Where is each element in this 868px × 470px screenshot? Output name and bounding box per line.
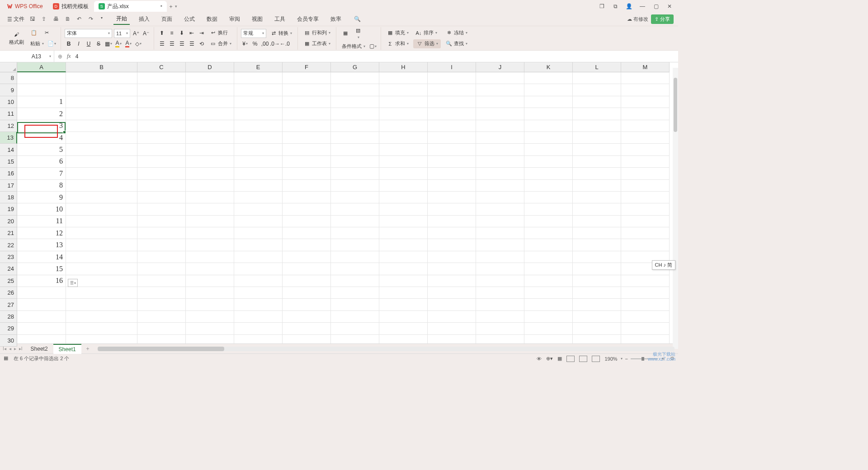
cell[interactable]: [573, 323, 621, 334]
cell[interactable]: 1: [17, 96, 66, 108]
menu-数据[interactable]: 数据: [204, 14, 220, 25]
horizontal-scrollbar[interactable]: [98, 347, 675, 351]
cell[interactable]: [137, 263, 186, 275]
cell[interactable]: [186, 216, 234, 227]
cell[interactable]: [186, 144, 234, 155]
cell[interactable]: [234, 335, 283, 343]
row-header[interactable]: 27: [0, 299, 17, 310]
cell[interactable]: [476, 275, 524, 287]
cell[interactable]: [137, 335, 186, 343]
cell[interactable]: [186, 108, 234, 120]
cell[interactable]: [66, 168, 137, 179]
cell[interactable]: [573, 311, 621, 323]
orientation-icon[interactable]: ⟲: [198, 40, 206, 48]
font-color-button[interactable]: A▾: [124, 40, 132, 48]
cell[interactable]: [137, 216, 186, 227]
cell[interactable]: [621, 227, 670, 239]
cell[interactable]: [186, 299, 234, 310]
menu-效率[interactable]: 效率: [328, 14, 344, 25]
cell[interactable]: [186, 203, 234, 215]
export-icon[interactable]: ⇪: [42, 16, 49, 23]
cell[interactable]: [234, 192, 283, 203]
cell[interactable]: [379, 239, 428, 251]
cell[interactable]: [476, 72, 524, 84]
cell[interactable]: [283, 180, 331, 192]
cell[interactable]: [379, 323, 428, 334]
row-header[interactable]: 19: [0, 203, 17, 215]
cell[interactable]: [17, 287, 66, 299]
cell[interactable]: 7: [17, 168, 66, 179]
cell[interactable]: [186, 287, 234, 299]
cell[interactable]: [621, 168, 670, 179]
cell[interactable]: [234, 108, 283, 120]
cell[interactable]: [331, 168, 379, 179]
cell[interactable]: [428, 96, 476, 108]
sheet-prev-icon[interactable]: ◂: [9, 346, 11, 351]
cell[interactable]: [573, 227, 621, 239]
menu-工具[interactable]: 工具: [272, 14, 288, 25]
cell[interactable]: [524, 227, 573, 239]
cell[interactable]: [428, 72, 476, 84]
cell[interactable]: [186, 72, 234, 84]
cell[interactable]: [331, 323, 379, 334]
cell[interactable]: [379, 203, 428, 215]
cell[interactable]: 8: [17, 180, 66, 192]
cell[interactable]: [137, 192, 186, 203]
cell[interactable]: 4: [17, 132, 66, 144]
align-justify-icon[interactable]: ☰: [188, 40, 196, 48]
cell[interactable]: [573, 72, 621, 84]
add-sheet-button[interactable]: ＋: [81, 345, 94, 352]
row-header[interactable]: 16: [0, 168, 17, 179]
bold-button[interactable]: B: [65, 40, 73, 48]
cell[interactable]: 12: [17, 227, 66, 239]
cell[interactable]: [621, 323, 670, 334]
row-header[interactable]: 29: [0, 323, 17, 334]
column-header[interactable]: C: [137, 62, 186, 72]
percent-icon[interactable]: %: [251, 40, 259, 48]
cell[interactable]: [331, 299, 379, 310]
cell[interactable]: [573, 251, 621, 263]
cell[interactable]: [283, 239, 331, 251]
cell[interactable]: [331, 192, 379, 203]
cell[interactable]: [331, 72, 379, 84]
cell[interactable]: [234, 203, 283, 215]
cell[interactable]: [379, 120, 428, 132]
cell[interactable]: [186, 323, 234, 334]
cell[interactable]: [573, 144, 621, 155]
cell[interactable]: [283, 96, 331, 108]
currency-icon[interactable]: ¥▾: [241, 40, 249, 48]
cell[interactable]: [283, 275, 331, 287]
cell[interactable]: [137, 168, 186, 179]
cell[interactable]: [621, 132, 670, 144]
cell[interactable]: [66, 84, 137, 96]
row-header[interactable]: 8: [0, 72, 17, 84]
hscroll-thumb[interactable]: [98, 347, 224, 351]
view-break-icon[interactable]: [592, 356, 600, 362]
cell[interactable]: [186, 180, 234, 192]
cell[interactable]: [137, 84, 186, 96]
cell[interactable]: [524, 156, 573, 168]
cell[interactable]: [428, 263, 476, 275]
column-header[interactable]: D: [186, 62, 234, 72]
cell[interactable]: [476, 323, 524, 334]
cell[interactable]: 13: [17, 239, 66, 251]
find-button[interactable]: 🔍查找▾: [443, 39, 469, 48]
column-header[interactable]: H: [379, 62, 428, 72]
cell[interactable]: [524, 192, 573, 203]
cell[interactable]: [428, 216, 476, 227]
cell[interactable]: [621, 287, 670, 299]
cell[interactable]: [621, 311, 670, 323]
cell[interactable]: [524, 168, 573, 179]
view-layout-icon[interactable]: [579, 356, 587, 362]
cell[interactable]: [283, 216, 331, 227]
cell[interactable]: [283, 251, 331, 263]
cells-area[interactable]: 12345678910111213141516: [17, 72, 678, 343]
cell[interactable]: 6: [17, 156, 66, 168]
cell[interactable]: [234, 96, 283, 108]
app-tab[interactable]: WPS Office: [2, 1, 47, 12]
vertical-scrollbar[interactable]: [673, 68, 678, 349]
row-header[interactable]: 28: [0, 311, 17, 323]
border-button[interactable]: ▦▾: [104, 40, 113, 48]
format-painter-button[interactable]: 🖌格式刷: [7, 30, 26, 47]
worksheet-button[interactable]: ▦工作表▾: [302, 39, 332, 48]
